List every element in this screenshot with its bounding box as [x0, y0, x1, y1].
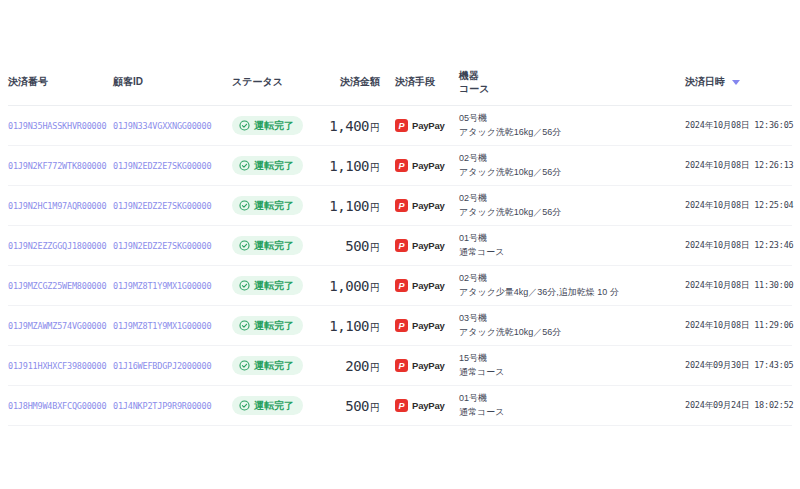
- customer-id-link[interactable]: 01J9N2EDZ2E7SKG00000: [113, 241, 232, 251]
- paypay-icon: P: [395, 159, 408, 172]
- course-name: アタック少量4kg／36分,追加乾燥 10 分: [459, 286, 685, 300]
- status-badge: 運転完了: [232, 316, 303, 335]
- amount-cell: 500円: [318, 237, 380, 255]
- paypay-icon: P: [395, 279, 408, 292]
- table-row: 01J9N35HASSKHVR00000 01J9N334VGXXNGG0000…: [8, 106, 792, 146]
- table-body: 01J9N35HASSKHVR00000 01J9N334VGXXNGG0000…: [8, 106, 792, 426]
- paypay-label: PayPay: [412, 320, 445, 331]
- payment-id-link[interactable]: 01J9N2KF772WTK800000: [8, 161, 113, 171]
- header-method: 決済手段: [380, 75, 459, 89]
- payment-method-cell: P PayPay: [380, 319, 459, 332]
- customer-id-link[interactable]: 01J9MZ8T1Y9MX1G00000: [113, 281, 232, 291]
- table-header-row: 決済番号 顧客ID ステータス 決済金額 決済手段 機器 コース 決済日時: [8, 59, 792, 106]
- check-circle-icon: [239, 360, 250, 371]
- customer-id-link[interactable]: 01J16WEFBDGPJ2000000: [113, 361, 232, 371]
- paypay-label: PayPay: [412, 120, 445, 131]
- status-badge: 運転完了: [232, 116, 303, 135]
- status-label: 運転完了: [254, 401, 294, 411]
- amount-value: 200: [345, 358, 369, 374]
- payments-table: 決済番号 顧客ID ステータス 決済金額 決済手段 機器 コース 決済日時 01…: [0, 59, 800, 426]
- status-badge: 運転完了: [232, 276, 303, 295]
- status-label: 運転完了: [254, 281, 294, 291]
- course-name: 通常コース: [459, 406, 685, 420]
- payment-method-cell: P PayPay: [380, 159, 459, 172]
- machine-number: 02号機: [459, 152, 685, 166]
- payment-id-link[interactable]: 01J911HXHXCF39800000: [8, 361, 113, 371]
- check-circle-icon: [239, 400, 250, 411]
- amount-cell: 1,000円: [318, 277, 380, 295]
- status-badge: 運転完了: [232, 156, 303, 175]
- amount-cell: 200円: [318, 357, 380, 375]
- status-badge: 運転完了: [232, 236, 303, 255]
- status-badge: 運転完了: [232, 196, 303, 215]
- payment-datetime: 2024年10月08日 11:29:06: [685, 320, 792, 332]
- payment-method-cell: P PayPay: [380, 359, 459, 372]
- machine-course-cell: 01号機 通常コース: [459, 392, 685, 420]
- amount-value: 1,100: [329, 198, 369, 214]
- course-name: 通常コース: [459, 366, 685, 380]
- customer-id-link[interactable]: 01J4NKP2TJP9R9R00000: [113, 401, 232, 411]
- machine-number: 01号機: [459, 392, 685, 406]
- payment-id-link[interactable]: 01J9N2HC1M97AQR00000: [8, 201, 113, 211]
- currency-suffix: 円: [370, 402, 380, 413]
- payment-method-cell: P PayPay: [380, 279, 459, 292]
- status-label: 運転完了: [254, 241, 294, 251]
- amount-cell: 1,100円: [318, 317, 380, 335]
- payment-id-link[interactable]: 01J9MZCGZ25WEM800000: [8, 281, 113, 291]
- payment-method-cell: P PayPay: [380, 239, 459, 252]
- paypay-label: PayPay: [412, 280, 445, 291]
- amount-value: 1,400: [329, 118, 369, 134]
- check-circle-icon: [239, 200, 250, 211]
- machine-number: 15号機: [459, 352, 685, 366]
- header-amount: 決済金額: [318, 75, 380, 89]
- table-row: 01J9MZAWMZ574VG00000 01J9MZ8T1Y9MX1G0000…: [8, 306, 792, 346]
- payment-id-link[interactable]: 01J8HM9W4BXFCQG00000: [8, 401, 113, 411]
- machine-number: 05号機: [459, 112, 685, 126]
- status-label: 運転完了: [254, 201, 294, 211]
- status-cell: 運転完了: [232, 276, 318, 295]
- paypay-label: PayPay: [412, 200, 445, 211]
- header-datetime[interactable]: 決済日時: [685, 75, 792, 89]
- paypay-icon: P: [395, 239, 408, 252]
- sort-desc-icon: [732, 80, 740, 85]
- check-circle-icon: [239, 320, 250, 331]
- payment-datetime: 2024年10月08日 12:23:46: [685, 240, 792, 252]
- paypay-icon: P: [395, 319, 408, 332]
- status-cell: 運転完了: [232, 316, 318, 335]
- customer-id-link[interactable]: 01J9MZ8T1Y9MX1G00000: [113, 321, 232, 331]
- table-row: 01J8HM9W4BXFCQG00000 01J4NKP2TJP9R9R0000…: [8, 386, 792, 426]
- paypay-icon: P: [395, 399, 408, 412]
- machine-course-cell: 03号機 アタック洗乾10kg／56分: [459, 312, 685, 340]
- payment-id-link[interactable]: 01J9N2EZZGGQJ1800000: [8, 241, 113, 251]
- payment-datetime: 2024年10月08日 12:26:13: [685, 160, 792, 172]
- payment-id-link[interactable]: 01J9N35HASSKHVR00000: [8, 121, 113, 131]
- course-name: アタック洗乾16kg／56分: [459, 126, 685, 140]
- machine-course-cell: 15号機 通常コース: [459, 352, 685, 380]
- customer-id-link[interactable]: 01J9N2EDZ2E7SKG00000: [113, 161, 232, 171]
- amount-cell: 1,100円: [318, 197, 380, 215]
- amount-value: 1,100: [329, 158, 369, 174]
- customer-id-link[interactable]: 01J9N2EDZ2E7SKG00000: [113, 201, 232, 211]
- currency-suffix: 円: [370, 242, 380, 253]
- paypay-icon: P: [395, 359, 408, 372]
- paypay-icon: P: [395, 119, 408, 132]
- table-row: 01J9N2KF772WTK800000 01J9N2EDZ2E7SKG0000…: [8, 146, 792, 186]
- paypay-label: PayPay: [412, 240, 445, 251]
- machine-course-cell: 05号機 アタック洗乾16kg／56分: [459, 112, 685, 140]
- amount-value: 500: [345, 238, 369, 254]
- amount-cell: 500円: [318, 397, 380, 415]
- payment-id-link[interactable]: 01J9MZAWMZ574VG00000: [8, 321, 113, 331]
- status-label: 運転完了: [254, 361, 294, 371]
- payment-datetime: 2024年09月30日 17:43:05: [685, 360, 792, 372]
- machine-number: 02号機: [459, 272, 685, 286]
- machine-course-cell: 02号機 アタック洗乾10kg／56分: [459, 192, 685, 220]
- status-label: 運転完了: [254, 121, 294, 131]
- status-cell: 運転完了: [232, 196, 318, 215]
- amount-cell: 1,400円: [318, 117, 380, 135]
- header-customer-id: 顧客ID: [113, 75, 232, 89]
- customer-id-link[interactable]: 01J9N334VGXXNGG00000: [113, 121, 232, 131]
- table-row: 01J9MZCGZ25WEM800000 01J9MZ8T1Y9MX1G0000…: [8, 266, 792, 306]
- header-datetime-label: 決済日時: [685, 75, 725, 89]
- table-row: 01J9N2HC1M97AQR00000 01J9N2EDZ2E7SKG0000…: [8, 186, 792, 226]
- payment-datetime: 2024年10月08日 12:25:04: [685, 200, 792, 212]
